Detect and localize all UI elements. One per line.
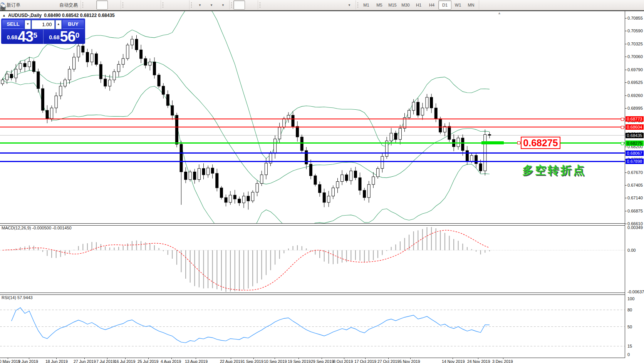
zoom-in-button[interactable] xyxy=(125,0,136,10)
price-level-badge: 0.67898 xyxy=(626,159,644,164)
volume-input[interactable]: 1.00 xyxy=(32,20,54,29)
date-axis-label: 1 Sep 2019 xyxy=(243,359,263,363)
date-axis-label: 25 Jul 2019 xyxy=(138,359,158,363)
price-axis-label: 0.67670 xyxy=(627,170,643,175)
timeframe-m1-button[interactable]: M1 xyxy=(360,0,373,10)
volume-increase-button[interactable]: ▲ xyxy=(55,20,62,29)
timeframe-w1-button[interactable]: W1 xyxy=(451,0,465,10)
quotes-button[interactable] xyxy=(22,0,34,10)
chinese-annotation-text[interactable]: 多空转折点 xyxy=(522,163,586,178)
price-chart-pane[interactable] xyxy=(0,11,625,223)
timeframe-m5-button[interactable]: M5 xyxy=(373,0,386,10)
sell-button[interactable]: SELL xyxy=(2,20,24,29)
mt4-application: { "toolbar": { "groups": [ {"items": [ {… xyxy=(0,0,644,363)
horizontal-level-line-0.68773[interactable] xyxy=(0,119,625,119)
toolbar-drag-handle[interactable] xyxy=(122,2,124,8)
timeframe-m5-label: M5 xyxy=(376,3,382,7)
price-axis-label: 0.70855 xyxy=(627,16,643,20)
periods-button[interactable]: ▼ xyxy=(205,0,216,10)
macd-pane[interactable] xyxy=(0,225,625,293)
cursor-button[interactable] xyxy=(233,0,245,10)
date-axis-label: 8 Oct 2019 xyxy=(333,359,353,363)
main-toolbar: 新订单自动交易▼▼▼EFAT▼M1M5M15M30H1H4D1W1MN xyxy=(0,0,644,10)
toolbar-drag-handle[interactable] xyxy=(357,2,359,8)
crosshair-button[interactable] xyxy=(245,0,257,10)
text-label-button[interactable]: T xyxy=(331,0,343,10)
community-button[interactable] xyxy=(629,0,641,10)
bar-chart-button[interactable] xyxy=(85,0,96,10)
level-line-anchor-marker[interactable] xyxy=(621,126,624,129)
chart-title-row: ▲ AUDUSD-,Daily 0.68490 0.68542 0.68122 … xyxy=(2,13,115,18)
collapse-triangle-icon[interactable]: ▲ xyxy=(2,13,6,17)
level-line-anchor-marker[interactable] xyxy=(621,142,624,145)
text-button[interactable]: A xyxy=(320,0,331,10)
new-order-button[interactable]: 新订单 xyxy=(4,0,22,10)
fibonacci-button[interactable]: F xyxy=(308,0,320,10)
toolbar-drag-handle[interactable] xyxy=(231,2,232,8)
rsi-pane[interactable] xyxy=(0,294,625,358)
candlestick-chart-button[interactable] xyxy=(96,0,108,10)
buy-price-point: 0 xyxy=(75,32,80,38)
timeframe-d1-button[interactable]: D1 xyxy=(438,0,451,10)
rsi-axis-label: 0 xyxy=(627,352,630,357)
timeframe-mn-button[interactable]: MN xyxy=(465,0,478,10)
date-axis-label: 7 Jul 2019 xyxy=(96,359,115,363)
zoom-out-button[interactable] xyxy=(136,0,148,10)
indicators-button[interactable]: ▼ xyxy=(193,0,205,10)
timeframe-h4-button[interactable]: H4 xyxy=(425,0,438,10)
toolbar-group: M1M5M15M30H1H4D1W1MN xyxy=(356,0,479,10)
market-watch-button[interactable] xyxy=(34,0,45,10)
signals-button[interactable] xyxy=(45,0,57,10)
price-axis-tick xyxy=(625,108,627,109)
sell-price[interactable]: 0.68 43 5 xyxy=(1,30,44,44)
green-line-highlight-segment[interactable] xyxy=(481,141,504,144)
buy-price[interactable]: 0.68 56 0 xyxy=(44,30,86,44)
templates-dropdown-icon[interactable]: ▼ xyxy=(221,3,225,7)
timeframe-m30-button[interactable]: M30 xyxy=(399,0,412,10)
pane-separator[interactable] xyxy=(0,293,644,295)
search-button[interactable] xyxy=(614,0,626,10)
timeframe-m15-button[interactable]: M15 xyxy=(386,0,399,10)
equidistant-channel-button[interactable]: E xyxy=(297,0,308,10)
horizontal-level-line-0.67898[interactable] xyxy=(0,161,625,162)
price-annotation-box[interactable]: 0.68275 xyxy=(521,137,560,149)
level-line-anchor-marker[interactable] xyxy=(621,118,624,121)
pane-separator[interactable] xyxy=(0,223,644,226)
timeframe-m15-label: M15 xyxy=(388,3,396,7)
arrows-dropdown-icon[interactable]: ▼ xyxy=(348,3,351,7)
arrows-button[interactable]: ▼ xyxy=(343,0,354,10)
horizontal-level-line-0.68067[interactable] xyxy=(0,152,625,154)
price-axis-label: 0.68995 xyxy=(627,106,643,110)
date-axis-label: 18 Jun 2019 xyxy=(45,359,68,363)
chart-shift-button[interactable] xyxy=(176,0,188,10)
vertical-line-button[interactable] xyxy=(262,0,273,10)
timeframe-w1-label: W1 xyxy=(455,3,461,7)
auto-trading-button[interactable]: 自动交易 xyxy=(57,0,79,10)
indicators-dropdown-icon[interactable]: ▼ xyxy=(198,3,201,7)
toolbar-drag-handle[interactable] xyxy=(82,2,84,8)
tile-windows-button[interactable] xyxy=(148,0,159,10)
timeframe-h1-button[interactable]: H1 xyxy=(412,0,425,10)
buy-button[interactable]: BUY xyxy=(62,20,84,29)
toolbar-drag-handle[interactable] xyxy=(162,2,164,8)
horizontal-line-button[interactable] xyxy=(273,0,285,10)
price-axis[interactable]: 0.687730.686040.682750.680670.678980.684… xyxy=(625,11,644,363)
date-axis-label: 22 Aug 2019 xyxy=(220,359,243,363)
line-chart-button[interactable] xyxy=(108,0,119,10)
price-axis-tick xyxy=(625,70,627,70)
toolbar-drag-handle[interactable] xyxy=(191,2,192,8)
date-axis[interactable]: 30 May 20199 Jun 201918 Jun 201927 Jun 2… xyxy=(0,358,644,363)
templates-button[interactable]: ▼ xyxy=(216,0,228,10)
volume-decrease-button[interactable]: ▼ xyxy=(25,20,31,29)
date-axis-label: 24 Nov 2019 xyxy=(467,359,490,363)
toolbar-group: ▼▼▼ xyxy=(190,0,230,10)
date-axis-label: 14 Nov 2019 xyxy=(442,359,465,363)
toolbar-drag-handle[interactable] xyxy=(259,2,261,8)
periods-dropdown-icon[interactable]: ▼ xyxy=(210,3,213,7)
trendline-button[interactable] xyxy=(285,0,297,10)
horizontal-level-line-0.68604[interactable] xyxy=(0,127,625,127)
buy-price-prefix: 0.68 xyxy=(49,32,59,43)
date-axis-label: 29 Sep 2019 xyxy=(311,359,334,363)
timeframe-m30-label: M30 xyxy=(401,3,409,7)
auto-scroll-button[interactable] xyxy=(165,0,176,10)
